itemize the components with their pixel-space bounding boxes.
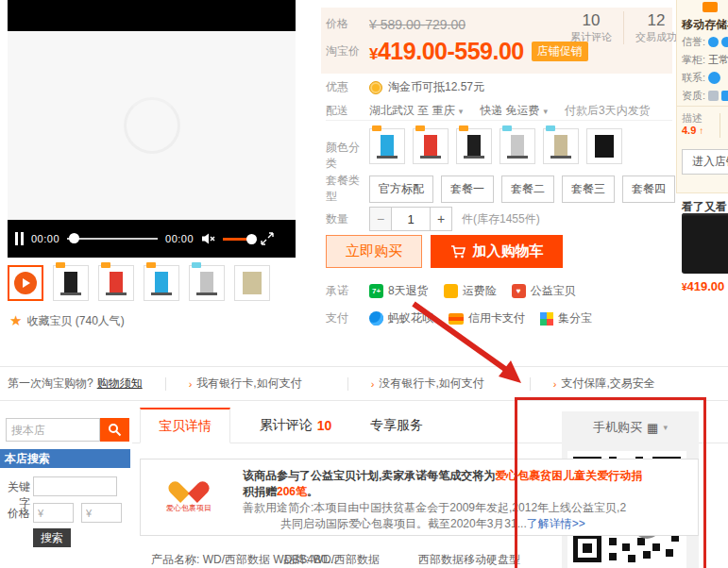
rating-label: 描述 (682, 111, 703, 125)
shop-search-button[interactable] (100, 418, 129, 442)
package-option-4[interactable]: 套餐四 (622, 175, 675, 203)
package-option-3[interactable]: 套餐三 (562, 175, 615, 203)
thumbnail-blue[interactable] (144, 265, 179, 301)
pause-button[interactable] (15, 232, 24, 245)
video-controls: 00:00 00:00 (8, 220, 296, 258)
charity-service[interactable]: ♥ 公益宝贝 (512, 283, 576, 299)
taobao-price-row: 淘宝价 ¥419.00-559.00 店铺促销 (326, 38, 588, 65)
filter-search-button[interactable]: 搜索 (33, 528, 71, 547)
jifenbao-payment[interactable]: 集分宝 (540, 310, 592, 326)
price-max-input[interactable] (81, 503, 122, 523)
promo-icon[interactable] (703, 2, 718, 12)
promo-badge[interactable]: 店铺促销 (532, 42, 588, 61)
search-icon (108, 423, 122, 437)
discount-label: 优惠 (326, 79, 369, 95)
tab-detail[interactable]: 宝贝详情 (140, 408, 230, 443)
huabei-payment[interactable]: 蚂蚁花呗 (369, 310, 433, 326)
promo-tag-icon (146, 262, 156, 268)
package-row: 套餐类型 官方标配 套餐一 套餐二 套餐三 套餐四 (326, 173, 675, 205)
shipping-route[interactable]: 湖北武汉 至 重庆 (369, 103, 455, 119)
add-to-cart-button[interactable]: 加入购物车 (431, 235, 563, 268)
volume-slider[interactable] (223, 238, 253, 241)
swatch-black[interactable] (456, 128, 492, 164)
store-contact-row: 联系: (682, 71, 720, 85)
price-label: 价格 (326, 16, 369, 32)
charity-logo: 爱心包裹项目 (158, 467, 220, 527)
quantity-minus-button[interactable]: − (369, 207, 392, 231)
video-thumbnail[interactable] (8, 265, 43, 301)
caret-down-icon[interactable]: ▾ (459, 107, 464, 116)
taobao-price: ¥419.00-559.00 (369, 38, 524, 65)
price-min-input[interactable] (33, 503, 74, 523)
first-purchase-text: 第一次淘宝购物? (8, 376, 93, 392)
video-player[interactable]: 00:00 00:00 (8, 0, 296, 258)
cert-badge-icon[interactable] (721, 91, 728, 101)
favorite-link[interactable]: ★ 收藏宝贝 (740人气) (9, 312, 125, 329)
promo-tag-icon (56, 262, 65, 268)
store-owner-row: 掌柜: 王常 (682, 53, 728, 67)
enter-store-button[interactable]: 进入店铺 (682, 149, 728, 175)
return-7plus-icon: 7+ (369, 284, 383, 298)
swatch-gold[interactable] (543, 128, 579, 164)
store-cert-row: 资质: (682, 89, 728, 103)
swatch-blue[interactable] (369, 128, 405, 164)
shipping-method[interactable]: 快递 免运费 (480, 103, 539, 119)
meta-model: 西部数据移动硬盘型 (418, 552, 520, 568)
mobile-buy-toggle[interactable]: 手机购买 ▦ ▾ (562, 411, 699, 443)
store-title[interactable]: 移动存储在 (682, 17, 728, 33)
shopping-guide-link[interactable]: 购物须知 (97, 376, 143, 392)
buy-now-button[interactable]: 立即购买 (326, 235, 422, 268)
swatch-black-wide[interactable] (586, 128, 622, 164)
price-row: 价格 ¥ 589.00-729.00 (326, 16, 552, 32)
package-option-1[interactable]: 套餐一 (441, 175, 494, 203)
charity-heart-icon: ♥ (512, 284, 526, 298)
cert-person-icon[interactable] (708, 91, 719, 101)
swatch-silver[interactable] (499, 128, 535, 164)
charity-logo-caption: 爱心包裹项目 (158, 503, 220, 513)
tab-services[interactable]: 专享服务 (351, 408, 442, 443)
charity-detail-link[interactable]: 了解详情>> (527, 517, 585, 530)
return-service[interactable]: 7+ 8天退货 (369, 283, 429, 299)
credit-card-payment[interactable]: 信用卡支付 (449, 310, 525, 326)
thumbnail-silver[interactable] (189, 265, 225, 301)
wangwang-icon[interactable] (708, 72, 720, 84)
help-link-security[interactable]: › 支付保障,交易安全 (530, 377, 678, 391)
chevron-icon: › (371, 378, 375, 390)
volume-handle[interactable] (246, 234, 257, 244)
package-option-standard[interactable]: 官方标配 (369, 175, 433, 203)
package-options: 官方标配 套餐一 套餐二 套餐三 套餐四 (369, 175, 675, 203)
fullscreen-icon[interactable] (261, 232, 274, 245)
tab-reviews[interactable]: 累计评论 10 (244, 408, 347, 443)
charity-box: 爱心包裹项目 该商品参与了公益宝贝计划,卖家承诺每笔成交将为爱心包裹贫困儿童关爱… (140, 459, 699, 536)
thumbnail-gold[interactable] (234, 265, 270, 301)
credit-level-icon (721, 37, 728, 47)
store-credit-row: 信誉: (682, 35, 728, 49)
current-time: 00:00 (31, 233, 59, 244)
also-viewed-product-image[interactable] (682, 213, 728, 274)
thumbnail-black[interactable] (53, 265, 89, 301)
quantity-input[interactable] (392, 207, 430, 231)
discount-text: 淘金币可抵12.57元 (388, 79, 484, 95)
product-meta-row: 产品名称: WD/西部数据 WDBS4B0... 品牌: WD/西部数据 西部数… (151, 552, 728, 568)
total-time: 00:00 (165, 233, 194, 244)
product-page: 00:00 00:00 ★ 收藏宝贝 (740人气) (0, 0, 728, 568)
keyword-input[interactable] (33, 476, 117, 496)
help-bar: 第一次淘宝购物? 购物须知 › 我有银行卡,如何支付 › 没有银行卡,如何支付 … (0, 366, 728, 401)
progress-handle[interactable] (69, 233, 79, 243)
shop-search-input[interactable] (6, 418, 100, 442)
help-link-has-card[interactable]: › 我有银行卡,如何支付 (165, 377, 325, 391)
qr-mini-icon: ▦ (647, 421, 658, 435)
swatch-red[interactable] (413, 128, 449, 164)
mute-icon[interactable] (201, 232, 215, 245)
thumbnail-red[interactable] (98, 265, 134, 301)
package-option-2[interactable]: 套餐二 (501, 175, 554, 203)
favorite-label: 收藏宝贝 (740人气) (26, 313, 124, 329)
caret-down-icon[interactable]: ▾ (544, 107, 549, 116)
quantity-plus-button[interactable]: + (430, 207, 452, 231)
progress-bar[interactable] (67, 238, 158, 240)
jifenbao-icon (540, 312, 553, 326)
package-label: 套餐类型 (326, 173, 369, 205)
charity-text: 该商品参与了公益宝贝计划,卖家承诺每笔成交将为爱心包裹贫困儿童关爱行动捐 积捐赠… (243, 468, 694, 532)
help-link-no-card[interactable]: › 没有银行卡,如何支付 (347, 377, 507, 391)
freight-insurance-service[interactable]: 运费险 (444, 283, 497, 299)
